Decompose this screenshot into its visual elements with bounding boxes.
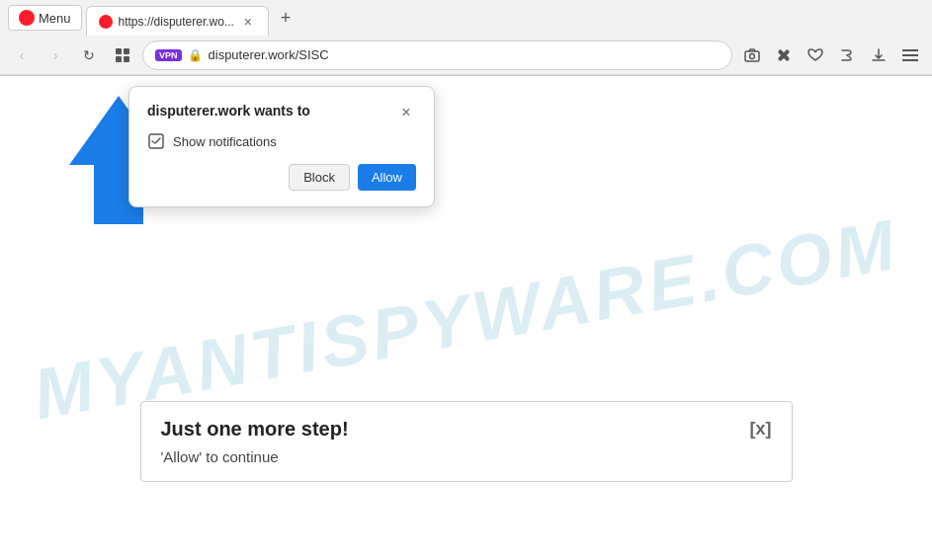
tab-close-button[interactable]: × — [240, 14, 256, 30]
page-content: MYANTISPYWARE.COM disputerer.work wants … — [0, 76, 932, 560]
dialog-title: disputerer.work wants to — [147, 103, 396, 119]
heart-icon[interactable] — [802, 41, 829, 69]
dialog-header: disputerer.work wants to × — [147, 103, 416, 122]
browser-chrome: Menu https://disputerer.wo... × + ‹ › ↻ … — [0, 0, 932, 76]
svg-rect-3 — [124, 56, 129, 62]
address-field[interactable]: VPN 🔒 disputerer.work/SISC — [142, 40, 732, 70]
permission-dialog: disputerer.work wants to × Show notifica… — [128, 86, 435, 207]
flow-icon[interactable] — [833, 41, 861, 69]
camera-icon[interactable] — [738, 41, 766, 69]
svg-rect-1 — [124, 48, 129, 54]
allow-button[interactable]: Allow — [358, 164, 416, 191]
refresh-button[interactable]: ↻ — [75, 41, 103, 69]
tab-favicon-icon — [99, 15, 113, 29]
watermark-text: MYANTISPYWARE.COM — [28, 202, 904, 435]
tab-bar: Menu https://disputerer.wo... × + — [0, 0, 932, 36]
permission-text: Show notifications — [173, 134, 277, 149]
dialog-close-button[interactable]: × — [396, 103, 416, 122]
back-button[interactable]: ‹ — [8, 41, 36, 69]
info-box-close-button[interactable]: [x] — [750, 419, 772, 440]
svg-rect-2 — [116, 56, 122, 62]
forward-button[interactable]: › — [42, 41, 69, 69]
vpn-badge: VPN — [155, 49, 182, 61]
x-icon[interactable] — [770, 41, 798, 69]
download-icon[interactable] — [865, 41, 892, 69]
new-tab-button[interactable]: + — [273, 5, 298, 31]
svg-point-5 — [750, 53, 755, 58]
url-text: disputerer.work/SISC — [209, 47, 720, 62]
info-box-title-text: Just one more step! — [161, 418, 349, 440]
dialog-buttons: Block Allow — [147, 164, 416, 191]
info-box: Just one more step! [x] 'Allow' to conti… — [140, 401, 793, 482]
svg-rect-0 — [116, 48, 122, 54]
block-button[interactable]: Block — [289, 164, 350, 191]
tab-title: https://disputerer.wo... — [119, 15, 234, 29]
lock-icon: 🔒 — [188, 48, 203, 62]
menu-icon[interactable] — [896, 41, 924, 69]
address-bar: ‹ › ↻ VPN 🔒 disputerer.work/SISC — [0, 36, 932, 75]
info-box-subtitle: 'Allow' to continue — [161, 448, 772, 465]
toolbar-icons — [738, 41, 924, 69]
opera-menu-button[interactable]: Menu — [8, 5, 82, 31]
opera-logo-icon — [19, 10, 35, 26]
info-box-title: Just one more step! [x] — [161, 418, 772, 440]
grid-button[interactable] — [109, 41, 136, 69]
notification-icon — [147, 132, 165, 150]
active-tab[interactable]: https://disputerer.wo... × — [86, 6, 269, 36]
svg-rect-4 — [745, 51, 759, 61]
dialog-permission-row: Show notifications — [147, 132, 416, 150]
menu-label: Menu — [39, 11, 71, 26]
